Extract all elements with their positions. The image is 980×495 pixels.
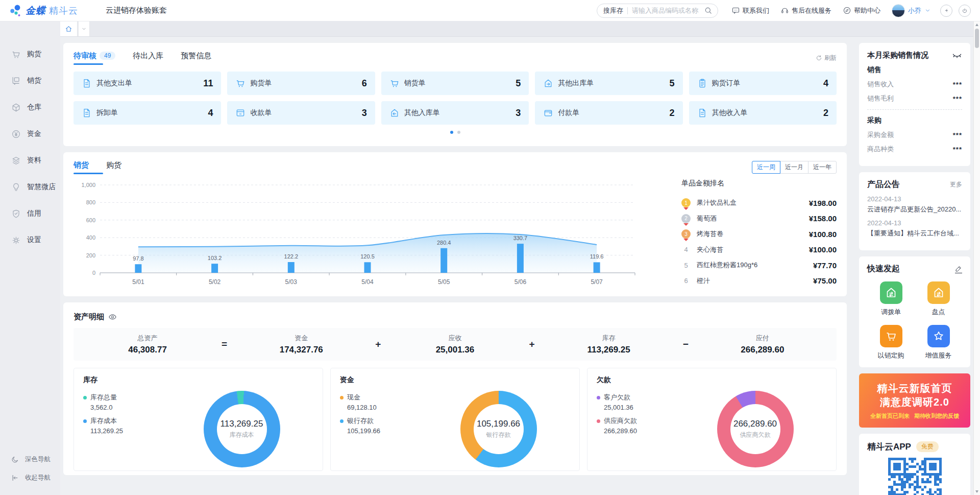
todo-card[interactable]: 购货单6 [227,72,375,95]
todo-card[interactable]: 购货订单4 [689,72,837,95]
legend-label: 现金 [347,393,360,402]
announcement-item[interactable]: 2022-04-13【重要通知】精斗云工作台域... [867,219,962,238]
todo-card[interactable]: 销货单5 [381,72,529,95]
announcements-more-link[interactable]: 更多 [950,180,962,189]
sidebar-item-cart[interactable]: 购货 [0,41,60,67]
sidebar-item-gear[interactable]: 设置 [0,227,60,253]
donut-chart[interactable]: 266,289.60供应商欠款 [717,391,794,467]
page-scrollbar[interactable] [973,21,980,495]
sidebar-toggle-collapse[interactable]: 收起导航 [0,468,60,487]
cart-icon [235,78,246,88]
sales-tab[interactable]: 销货 [74,160,89,174]
help-icon [843,6,851,15]
exit-button[interactable] [940,5,952,17]
formula-value: 113,269.25 [571,345,647,355]
todo-card[interactable]: 拆卸单4 [74,101,221,125]
todo-tab[interactable]: 待审核49 [74,51,115,65]
sidebar-item-label: 信用 [27,209,41,218]
main-content: 待审核49待出入库预警信息 刷新 其他支出单11购货单6销货单5其他出库单5购货… [60,37,851,495]
banner-subtext: 全新首页已到来 期待收到您的反馈 [870,412,959,420]
ranking-row[interactable]: 4夹心海苔¥100.00 [681,242,837,258]
sidebar-item-layers[interactable]: 资料 [0,147,60,174]
sales-chart[interactable]: 02004006008001,00097.8103.2122.2120.5280… [74,177,668,290]
svg-text:5/01: 5/01 [132,278,144,286]
refresh-button[interactable]: 刷新 [816,54,837,62]
sidebar-item-yen[interactable]: 资金 [0,121,60,147]
todo-card[interactable]: 其他收入单2 [689,101,837,125]
range-button[interactable]: 近一年 [808,161,837,174]
todo-card[interactable]: 付款单2 [535,101,682,125]
ranking-row[interactable]: 6橙汁¥75.00 [681,273,837,289]
power-button[interactable] [959,5,971,17]
ranking-row[interactable]: 3烤海苔卷¥100.80 [681,226,837,242]
layers-icon [11,156,21,166]
survey-banner[interactable]: 精斗云新版首页 满意度调研2.0 全新首页已到来 期待收到您的反馈 [859,373,970,428]
announcement-item[interactable]: 2022-04-13云进销存产品更新公告_20220... [867,195,962,214]
account-name[interactable]: 云进销存体验账套 [106,6,167,15]
home-tab[interactable] [60,21,78,36]
search-icon[interactable] [704,6,713,15]
medal-icon: 2 [681,214,691,223]
quick-item[interactable]: 以销定购 [878,325,904,360]
sidebar-item-bulb[interactable]: 智慧微店 [0,174,60,200]
sidebar-toggle-moon[interactable]: 深色导航 [0,450,60,468]
pagination-dot[interactable] [457,131,460,134]
user-name[interactable]: 小乔 [908,6,921,15]
chevron-down-icon[interactable] [924,7,931,14]
todo-card-label: 其他支出单 [96,79,199,88]
todo-card[interactable]: 其他入库单3 [381,101,529,125]
legend-dot [597,396,600,399]
range-button[interactable]: 近一周 [752,161,780,174]
header-link[interactable]: 售后在线服务 [780,6,831,15]
ranking-product-name: 烤海苔卷 [697,229,809,239]
sidebar-item-cube[interactable]: 仓库 [0,94,60,121]
range-button[interactable]: 近一月 [780,161,808,174]
collapse-icon [11,474,19,482]
app-panel: 精斗云APP 免费 [859,434,970,495]
inventory-search-input[interactable]: 搜库存 请输入商品编码或名称 [597,4,718,18]
svg-text:103.2: 103.2 [208,255,222,261]
header-link[interactable]: 联系我们 [731,6,769,15]
search-scope-label[interactable]: 搜库存 [603,6,623,15]
ranking-row[interactable]: 2葡萄酒¥158.00 [681,211,837,227]
todo-card[interactable]: 其他出库单5 [535,72,682,95]
quick-item[interactable]: 增值服务 [925,325,952,360]
donut-center-label: 银行存款 [486,431,511,439]
sidebar-item-shield[interactable]: 信用 [0,200,60,227]
donut-chart[interactable]: 105,199.66银行存款 [460,391,537,467]
svg-text:5/06: 5/06 [514,278,527,286]
avatar[interactable] [892,4,905,17]
doc-icon [82,108,92,118]
todo-tab[interactable]: 待出入库 [133,51,163,65]
svg-text:97.8: 97.8 [133,255,143,262]
quick-item[interactable]: 调拨单 [880,281,902,317]
todo-card-label: 购货单 [250,79,357,88]
todo-card[interactable]: 其他支出单11 [74,72,221,95]
user-menu[interactable]: 小乔 [892,4,931,17]
scrollbar-thumb[interactable] [975,29,979,48]
todo-card-label: 其他出库单 [558,79,665,88]
tab-dropdown-button[interactable] [79,21,90,36]
search-divider [627,7,628,14]
donut-chart[interactable]: 113,269.25库存成本 [204,391,280,467]
quick-edit-button[interactable] [955,265,962,273]
todo-card-count: 5 [516,78,521,89]
sidebar-item-truck[interactable]: 销货 [0,67,60,94]
todo-tab[interactable]: 预警信息 [181,51,211,65]
eye-icon[interactable] [108,313,117,321]
monthly-row: 销售毛利*** [867,94,962,103]
todo-card[interactable]: 收款单3 [227,101,375,125]
header-link[interactable]: 帮助中心 [843,6,880,15]
svg-text:1,000: 1,000 [81,182,95,188]
sales-tab[interactable]: 购货 [106,160,121,174]
monthly-section-heading: 采购 [867,116,962,125]
ranking-row[interactable]: 1果汁饮品礼盒¥198.00 [681,195,837,211]
quick-item[interactable]: 盘点 [927,281,950,317]
scroll-up-arrow[interactable] [975,23,978,26]
brand-logo[interactable]: 金蝶 精斗云 [0,4,85,17]
ranking-row[interactable]: 5西红柿意粉酱190g*6¥77.70 [681,257,837,273]
pagination-dot[interactable] [450,131,453,134]
eye-closed-icon[interactable] [952,50,962,60]
app-title: 精斗云APP [867,441,911,453]
scroll-down-arrow[interactable] [975,490,978,493]
